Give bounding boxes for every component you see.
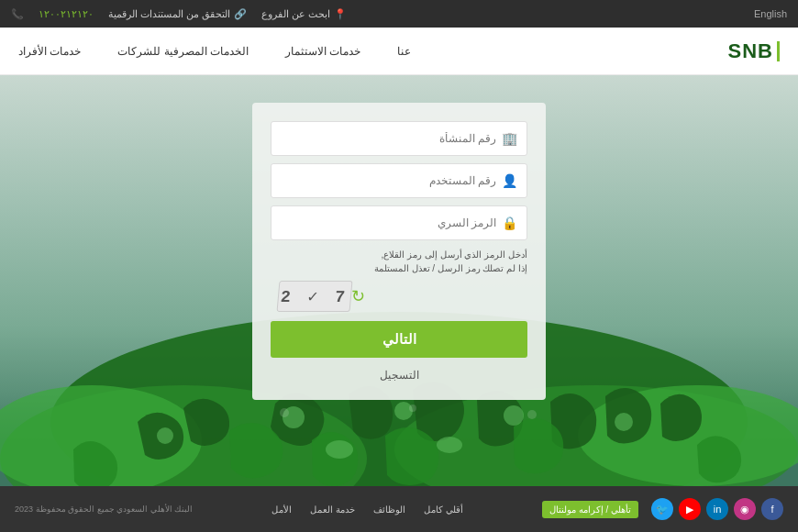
svg-point-12 — [280, 408, 289, 417]
captcha-refresh-icon[interactable]: ↻ — [351, 286, 365, 306]
logo: SNB — [728, 39, 780, 63]
main-area: 🏢 👤 🔒 أدخل الرمز الذي أرسل إلى رمز القلا… — [0, 75, 798, 532]
nav-bar: SNB عنا خدمات الاستثمار الخدمات المصرفية… — [0, 28, 798, 75]
captcha-box: ↻ 7 ✓ 2 — [271, 281, 527, 312]
svg-point-7 — [504, 405, 524, 426]
secret-input[interactable] — [281, 216, 496, 229]
svg-point-8 — [157, 427, 173, 444]
company-number-field: 🏢 — [271, 121, 527, 156]
secret-field: 🔒 — [271, 205, 527, 240]
username-field: 👤 — [271, 163, 527, 198]
instagram-icon[interactable]: ◉ — [734, 498, 756, 520]
language-switch[interactable]: English — [754, 8, 787, 19]
nav-investment[interactable]: خدمات الاستثمار — [285, 45, 360, 58]
svg-point-10 — [326, 440, 353, 459]
chat-button[interactable]: تأهلي / إكرامه مولنتال — [542, 501, 638, 518]
login-form: 🏢 👤 🔒 أدخل الرمز الذي أرسل إلى رمز القلا… — [252, 103, 546, 400]
footer-link-1[interactable]: أقلي كامل — [424, 504, 463, 515]
lock-icon: 🔒 — [502, 216, 517, 230]
top-bar-right: 📍 ابحث عن الفروع 🔗 التحقق من المستندات ا… — [11, 8, 347, 20]
captcha-area: أدخل الرمز الذي أرسل إلى رمز القلاع, إذا… — [271, 248, 527, 312]
youtube-icon[interactable]: ▶ — [679, 498, 701, 520]
logo-line — [777, 41, 780, 61]
user-icon: 👤 — [502, 173, 517, 188]
linkedin-icon[interactable]: in — [706, 498, 728, 520]
footer: f ◉ in ▶ 🐦 تأهلي / إكرامه مولنتال أقلي ك… — [0, 486, 798, 532]
facebook-icon[interactable]: f — [761, 498, 783, 520]
verify-icon: 🔗 — [234, 8, 247, 20]
captcha-image: 7 ✓ 2 — [277, 281, 353, 312]
logo-text: SNB — [728, 39, 773, 63]
nav-about[interactable]: عنا — [397, 45, 411, 58]
footer-link-4[interactable]: الأمل — [272, 504, 292, 515]
branches-link[interactable]: 📍 ابحث عن الفروع — [261, 8, 347, 20]
svg-point-9 — [615, 413, 633, 431]
nav-corporate[interactable]: الخدمات المصرفية للشركات — [117, 45, 249, 58]
top-bar: English 📍 ابحث عن الفروع 🔗 التحقق من الم… — [0, 0, 798, 28]
svg-point-13 — [409, 405, 416, 412]
captcha-hint: أدخل الرمز الذي أرسل إلى رمز القلاع, إذا… — [271, 248, 527, 275]
digital-verify-link[interactable]: 🔗 التحقق من المستندات الرقمية — [108, 8, 247, 20]
footer-link-2[interactable]: الوظائف — [373, 504, 405, 515]
location-icon: 📍 — [334, 8, 347, 20]
username-input[interactable] — [281, 174, 496, 187]
building-icon: 🏢 — [502, 131, 517, 146]
phone-icon: 📞 — [11, 8, 24, 20]
phone-number: ١٢٠٠٢١٢١٢٠ — [39, 8, 94, 20]
next-button[interactable]: التالي — [271, 321, 527, 358]
footer-link-3[interactable]: خدمة العمل — [310, 504, 355, 515]
company-number-input[interactable] — [281, 132, 496, 145]
nav-individuals[interactable]: خدمات الأفراد — [18, 45, 81, 58]
social-icons: f ◉ in ▶ 🐦 — [651, 498, 783, 520]
registration-link[interactable]: التسجيل — [271, 365, 527, 385]
svg-point-11 — [437, 437, 462, 453]
nav-links: عنا خدمات الاستثمار الخدمات المصرفية للش… — [18, 45, 411, 58]
twitter-icon[interactable]: 🐦 — [651, 498, 673, 520]
svg-point-6 — [394, 402, 413, 420]
footer-links: أقلي كامل الوظائف خدمة العمل الأمل — [272, 504, 463, 515]
svg-point-14 — [527, 410, 537, 419]
footer-copyright: البنك الأهلي السعودي جميع الحقوق محفوظة … — [15, 504, 193, 514]
